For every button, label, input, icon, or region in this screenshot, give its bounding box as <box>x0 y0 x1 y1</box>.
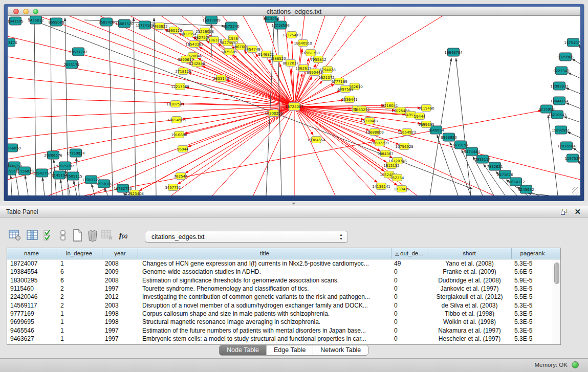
graph-node-unselected[interactable]: 12444154 <box>550 97 569 105</box>
scrollbar-thumb[interactable] <box>554 262 559 284</box>
svg-text:6794028: 6794028 <box>319 68 335 72</box>
table-row[interactable]: 969969511998Structural magnetic resonanc… <box>7 318 552 326</box>
table-cell: Tourette syndrome. Phenomenology and cla… <box>138 285 391 293</box>
show-column-button[interactable] <box>26 229 39 242</box>
graph-node-selected[interactable]: 14136141 <box>372 183 390 190</box>
select-columns-button[interactable] <box>42 229 55 242</box>
column-header-title[interactable]: title <box>138 248 391 259</box>
graph-node-selected[interactable]: 18807299 <box>371 140 389 146</box>
resize-grip[interactable] <box>572 187 579 194</box>
graph-node-selected[interactable]: 7955812 <box>310 56 326 63</box>
graph-node-selected[interactable]: 1546 <box>229 35 238 42</box>
table-cell: 0 <box>391 310 427 318</box>
table-row[interactable]: 911546021997Tourette syndrome. Phenomeno… <box>7 285 552 293</box>
graph-node-unselected[interactable]: 17359924 <box>67 149 85 157</box>
table-cell: 0 <box>391 301 427 310</box>
graph-node-selected[interactable]: 25226058 <box>195 28 214 35</box>
graph-node-selected[interactable]: 12325419 <box>282 32 301 38</box>
graph-node-unselected[interactable]: 7832621 <box>487 162 503 170</box>
float-panel-icon[interactable] <box>561 209 568 215</box>
graph-node-selected[interactable]: 16961758 <box>301 50 320 56</box>
table-settings-button[interactable] <box>8 229 21 242</box>
tab-node-table[interactable]: Node Table <box>220 345 267 355</box>
graph-node-selected[interactable]: 16543382 <box>185 41 204 48</box>
graph-node-unselected[interactable]: 93975887 <box>56 162 74 170</box>
table-row[interactable]: 977716911998Corpus callosum shape and si… <box>7 310 552 318</box>
graph-node-selected[interactable]: 3457751 <box>165 184 181 191</box>
graph-node-unselected[interactable]: 9245652 <box>518 185 534 193</box>
table-cell: Changes of HCN gene expression and I(f) … <box>138 259 391 268</box>
svg-text:6497568: 6497568 <box>337 87 353 92</box>
graph-node-unselected[interactable]: 16033809 <box>202 16 221 24</box>
graph-node-unselected[interactable]: 7581426 <box>98 18 115 26</box>
graph-node-unselected[interactable]: 16687520 <box>115 19 134 28</box>
function-builder-button[interactable]: f(x) <box>117 229 130 242</box>
graph-node-selected[interactable]: 1733426 <box>394 186 410 192</box>
memory-ok-indicator-icon <box>572 361 579 368</box>
graph-node-unselected[interactable]: 16648784 <box>444 48 463 56</box>
table-row[interactable]: 2242004622012Investigating the contribut… <box>7 293 552 301</box>
graph-node-unselected[interactable]: 1943505 <box>8 17 24 25</box>
graph-node-unselected[interactable]: 15692951 <box>552 126 570 134</box>
graph-node-unselected[interactable]: 8471676 <box>497 170 513 179</box>
graph-node-unselected[interactable]: 8655089 <box>48 18 64 26</box>
table-row[interactable]: 946554611997Estimation of the future num… <box>7 326 552 335</box>
tab-edge-table[interactable]: Edge Table <box>267 345 313 355</box>
graph-node-selected[interactable]: 19654988 <box>167 117 186 123</box>
column-header-name[interactable]: name <box>7 248 56 259</box>
graph-node-selected[interactable]: 15720407 <box>360 118 379 124</box>
graph-node-unselected[interactable]: 2053171 <box>63 60 79 69</box>
graph-node-selected[interactable]: 9115460 <box>418 105 434 112</box>
graph-node-selected[interactable]: 2336441 <box>341 96 357 103</box>
graph-node-unselected[interactable]: 15751074 <box>564 38 580 47</box>
graph-node-unselected[interactable]: 8938923 <box>441 133 456 141</box>
table-row[interactable]: 1938455462009Genome-wide association stu… <box>7 268 552 276</box>
graph-node-unselected[interactable]: 20531702 <box>69 48 88 56</box>
table-row[interactable]: 1872400712008Changes of HCN gene express… <box>7 259 552 268</box>
column-header-in_degree[interactable]: in_degree <box>56 248 102 259</box>
create-column-button[interactable] <box>71 229 84 242</box>
table-row[interactable]: 1830029562008Estimation of significance … <box>7 276 552 285</box>
column-header-out_de[interactable]: △out_de... <box>391 248 427 259</box>
graph-node-unselected[interactable]: 1167534 <box>564 154 580 162</box>
panel-splitter[interactable] <box>0 201 588 206</box>
table-cell: Jankovic et al. (1997) <box>427 285 512 293</box>
table-cell: 5.3E-5 <box>512 326 553 335</box>
table-row[interactable]: 1456911722003Disruption of a novel membe… <box>7 301 552 310</box>
graph-node-selected[interactable]: 16044 <box>177 146 189 152</box>
table-selector-combobox[interactable]: citations_edges.txt ▲▼ <box>145 231 348 243</box>
graph-node-unselected[interactable]: 9474444 <box>464 147 480 156</box>
window-titlebar[interactable]: citations_edges.txt <box>8 7 580 16</box>
graph-node-selected[interactable]: 10688809 <box>365 129 384 136</box>
close-panel-icon[interactable]: ✕ <box>574 207 581 216</box>
graph-node-selected[interactable]: 8960128 <box>166 27 182 34</box>
graph-node-unselected[interactable]: 12093832 <box>550 82 569 90</box>
network-graph-canvas[interactable]: 1603380985722408813054122185061664878415… <box>8 16 580 195</box>
graph-node-selected[interactable]: 1916688 <box>171 132 187 138</box>
graph-node-unselected[interactable]: 2935114 <box>474 155 491 163</box>
graph-node-selected[interactable]: 19444 <box>414 113 426 120</box>
graph-node-unselected[interactable]: 9329966 <box>557 53 574 61</box>
graph-node-selected[interactable]: 12213369 <box>171 83 189 90</box>
column-header-year[interactable]: year <box>102 248 138 259</box>
delete-column-button[interactable] <box>86 229 99 242</box>
graph-node-unselected[interactable]: 17016504 <box>557 142 576 150</box>
graph-node-unselected[interactable]: 2053170 <box>8 38 17 47</box>
splitter-handle-icon[interactable] <box>292 203 296 205</box>
column-header-pagerank[interactable]: pagerank <box>512 248 553 259</box>
column-header-short[interactable]: short <box>427 248 512 259</box>
graph-node-selected[interactable]: 762544 <box>174 173 188 180</box>
graph-node-unselected[interactable]: 8572240 <box>223 22 239 30</box>
graph-node-unselected[interactable]: 25266050 <box>8 144 21 152</box>
graph-node-selected[interactable]: 252254 <box>390 174 404 181</box>
vertical-scrollbar[interactable] <box>553 259 560 344</box>
svg-text:9890612: 9890612 <box>178 58 193 62</box>
table-row[interactable]: 946362711997Embryonic stem cells: a mode… <box>7 335 552 343</box>
row-height-button[interactable] <box>56 229 70 242</box>
graph-node-selected[interactable]: 18640910 <box>294 40 312 47</box>
graph-node-unselected[interactable]: 9435012 <box>28 16 43 24</box>
tab-network-table[interactable]: Network Table <box>313 345 368 355</box>
graph-node-unselected[interactable]: 9227343 <box>553 67 569 75</box>
graph-node-selected[interactable]: 18107541 <box>166 101 185 107</box>
graph-node-selected[interactable]: 2718126 <box>175 68 191 75</box>
